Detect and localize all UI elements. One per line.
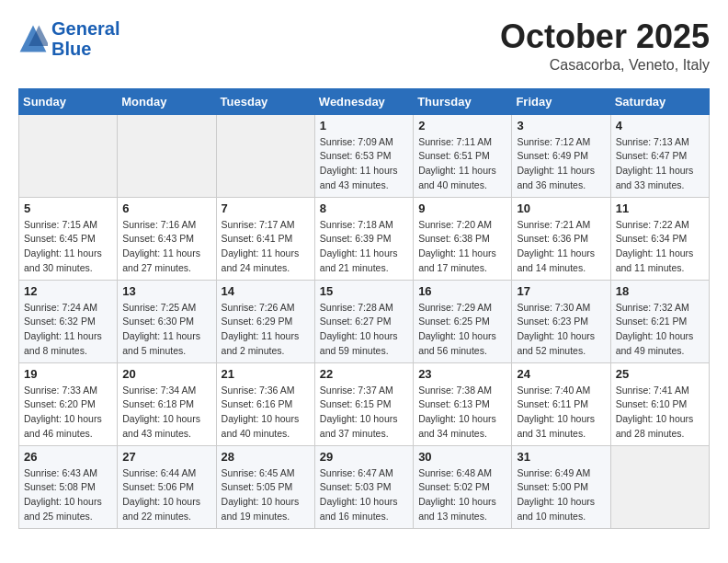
day-number: 13 <box>122 284 210 298</box>
calendar-cell <box>216 114 314 197</box>
day-number: 5 <box>24 201 112 215</box>
day-number: 3 <box>517 119 605 132</box>
day-number: 23 <box>418 367 506 381</box>
calendar-week-2: 5Sunrise: 7:15 AMSunset: 6:45 PMDaylight… <box>19 197 710 280</box>
weekday-header-row: SundayMondayTuesdayWednesdayThursdayFrid… <box>19 88 710 114</box>
calendar-cell: 3Sunrise: 7:12 AMSunset: 6:49 PMDaylight… <box>512 114 610 197</box>
day-info: Sunrise: 7:20 AMSunset: 6:38 PMDaylight:… <box>418 218 506 276</box>
calendar-cell <box>610 445 709 528</box>
calendar-cell: 24Sunrise: 7:40 AMSunset: 6:11 PMDayligh… <box>512 362 610 445</box>
day-number: 24 <box>517 367 605 381</box>
day-info: Sunrise: 7:11 AMSunset: 6:51 PMDaylight:… <box>418 135 506 193</box>
calendar-cell: 29Sunrise: 6:47 AMSunset: 5:03 PMDayligh… <box>314 445 413 528</box>
weekday-header-tuesday: Tuesday <box>216 88 314 114</box>
calendar-cell: 16Sunrise: 7:29 AMSunset: 6:25 PMDayligh… <box>414 280 512 362</box>
day-number: 20 <box>122 367 210 381</box>
day-info: Sunrise: 6:45 AMSunset: 5:05 PMDaylight:… <box>222 466 310 524</box>
day-info: Sunrise: 7:38 AMSunset: 6:13 PMDaylight:… <box>418 384 506 442</box>
day-info: Sunrise: 7:15 AMSunset: 6:45 PMDaylight:… <box>24 218 112 276</box>
calendar-cell: 25Sunrise: 7:41 AMSunset: 6:10 PMDayligh… <box>610 362 709 445</box>
day-info: Sunrise: 6:44 AMSunset: 5:06 PMDaylight:… <box>122 466 210 524</box>
day-number: 26 <box>24 450 112 464</box>
calendar-cell: 8Sunrise: 7:18 AMSunset: 6:39 PMDaylight… <box>314 197 413 280</box>
location: Casacorba, Veneto, Italy <box>500 57 710 74</box>
calendar-week-1: 1Sunrise: 7:09 AMSunset: 6:53 PMDaylight… <box>19 114 710 197</box>
calendar-week-5: 26Sunrise: 6:43 AMSunset: 5:08 PMDayligh… <box>19 445 710 528</box>
weekday-header-monday: Monday <box>118 88 216 114</box>
page-header: GeneralBlue October 2025 Casacorba, Vene… <box>18 18 710 74</box>
day-info: Sunrise: 7:21 AMSunset: 6:36 PMDaylight:… <box>517 218 605 276</box>
day-info: Sunrise: 7:28 AMSunset: 6:27 PMDaylight:… <box>320 301 408 359</box>
calendar-cell: 6Sunrise: 7:16 AMSunset: 6:43 PMDaylight… <box>118 197 216 280</box>
day-info: Sunrise: 7:36 AMSunset: 6:16 PMDaylight:… <box>222 384 310 442</box>
calendar-cell <box>118 114 216 197</box>
day-info: Sunrise: 7:25 AMSunset: 6:30 PMDaylight:… <box>122 301 210 359</box>
day-number: 30 <box>418 450 506 464</box>
day-number: 17 <box>517 284 605 298</box>
calendar-cell: 12Sunrise: 7:24 AMSunset: 6:32 PMDayligh… <box>19 280 118 362</box>
day-number: 14 <box>222 284 310 298</box>
calendar-cell: 19Sunrise: 7:33 AMSunset: 6:20 PMDayligh… <box>19 362 118 445</box>
day-number: 27 <box>122 450 210 464</box>
calendar-cell: 11Sunrise: 7:22 AMSunset: 6:34 PMDayligh… <box>610 197 709 280</box>
calendar-cell: 23Sunrise: 7:38 AMSunset: 6:13 PMDayligh… <box>414 362 512 445</box>
month-title: October 2025 <box>500 18 710 55</box>
day-info: Sunrise: 6:48 AMSunset: 5:02 PMDaylight:… <box>418 466 506 524</box>
logo-icon <box>18 24 48 53</box>
weekday-header-saturday: Saturday <box>610 88 709 114</box>
calendar-cell: 10Sunrise: 7:21 AMSunset: 6:36 PMDayligh… <box>512 197 610 280</box>
day-info: Sunrise: 7:32 AMSunset: 6:21 PMDaylight:… <box>616 301 704 359</box>
day-number: 19 <box>24 367 112 381</box>
day-info: Sunrise: 7:17 AMSunset: 6:41 PMDaylight:… <box>222 218 310 276</box>
day-number: 7 <box>222 201 310 215</box>
day-info: Sunrise: 7:22 AMSunset: 6:34 PMDaylight:… <box>616 218 704 276</box>
title-block: October 2025 Casacorba, Veneto, Italy <box>500 18 710 74</box>
calendar-cell: 9Sunrise: 7:20 AMSunset: 6:38 PMDaylight… <box>414 197 512 280</box>
calendar-table: SundayMondayTuesdayWednesdayThursdayFrid… <box>18 88 710 529</box>
calendar-cell: 15Sunrise: 7:28 AMSunset: 6:27 PMDayligh… <box>314 280 413 362</box>
day-number: 16 <box>418 284 506 298</box>
day-number: 12 <box>24 284 112 298</box>
day-number: 21 <box>222 367 310 381</box>
day-info: Sunrise: 7:34 AMSunset: 6:18 PMDaylight:… <box>122 384 210 442</box>
day-number: 11 <box>616 201 704 215</box>
calendar-cell: 17Sunrise: 7:30 AMSunset: 6:23 PMDayligh… <box>512 280 610 362</box>
calendar-cell: 31Sunrise: 6:49 AMSunset: 5:00 PMDayligh… <box>512 445 610 528</box>
calendar-week-3: 12Sunrise: 7:24 AMSunset: 6:32 PMDayligh… <box>19 280 710 362</box>
calendar-cell: 1Sunrise: 7:09 AMSunset: 6:53 PMDaylight… <box>314 114 413 197</box>
day-info: Sunrise: 7:41 AMSunset: 6:10 PMDaylight:… <box>616 384 704 442</box>
calendar-cell: 27Sunrise: 6:44 AMSunset: 5:06 PMDayligh… <box>118 445 216 528</box>
weekday-header-wednesday: Wednesday <box>314 88 413 114</box>
logo-text: GeneralBlue <box>51 18 119 59</box>
day-number: 4 <box>616 119 704 132</box>
day-number: 22 <box>320 367 408 381</box>
day-info: Sunrise: 7:29 AMSunset: 6:25 PMDaylight:… <box>418 301 506 359</box>
calendar-cell: 2Sunrise: 7:11 AMSunset: 6:51 PMDaylight… <box>414 114 512 197</box>
calendar-cell: 26Sunrise: 6:43 AMSunset: 5:08 PMDayligh… <box>19 445 118 528</box>
logo: GeneralBlue <box>18 18 119 59</box>
day-number: 8 <box>320 201 408 215</box>
day-info: Sunrise: 6:47 AMSunset: 5:03 PMDaylight:… <box>320 466 408 524</box>
calendar-cell: 18Sunrise: 7:32 AMSunset: 6:21 PMDayligh… <box>610 280 709 362</box>
calendar-cell: 20Sunrise: 7:34 AMSunset: 6:18 PMDayligh… <box>118 362 216 445</box>
day-number: 1 <box>320 119 408 132</box>
day-info: Sunrise: 7:40 AMSunset: 6:11 PMDaylight:… <box>517 384 605 442</box>
day-info: Sunrise: 6:43 AMSunset: 5:08 PMDaylight:… <box>24 466 112 524</box>
day-info: Sunrise: 7:26 AMSunset: 6:29 PMDaylight:… <box>222 301 310 359</box>
day-info: Sunrise: 7:24 AMSunset: 6:32 PMDaylight:… <box>24 301 112 359</box>
calendar-cell <box>19 114 118 197</box>
day-number: 25 <box>616 367 704 381</box>
day-info: Sunrise: 7:13 AMSunset: 6:47 PMDaylight:… <box>616 135 704 193</box>
day-number: 31 <box>517 450 605 464</box>
calendar-cell: 28Sunrise: 6:45 AMSunset: 5:05 PMDayligh… <box>216 445 314 528</box>
day-info: Sunrise: 7:33 AMSunset: 6:20 PMDaylight:… <box>24 384 112 442</box>
day-info: Sunrise: 7:09 AMSunset: 6:53 PMDaylight:… <box>320 135 408 193</box>
calendar-cell: 13Sunrise: 7:25 AMSunset: 6:30 PMDayligh… <box>118 280 216 362</box>
calendar-cell: 7Sunrise: 7:17 AMSunset: 6:41 PMDaylight… <box>216 197 314 280</box>
day-info: Sunrise: 7:37 AMSunset: 6:15 PMDaylight:… <box>320 384 408 442</box>
calendar-cell: 4Sunrise: 7:13 AMSunset: 6:47 PMDaylight… <box>610 114 709 197</box>
day-number: 2 <box>418 119 506 132</box>
day-number: 15 <box>320 284 408 298</box>
day-number: 18 <box>616 284 704 298</box>
day-info: Sunrise: 7:18 AMSunset: 6:39 PMDaylight:… <box>320 218 408 276</box>
